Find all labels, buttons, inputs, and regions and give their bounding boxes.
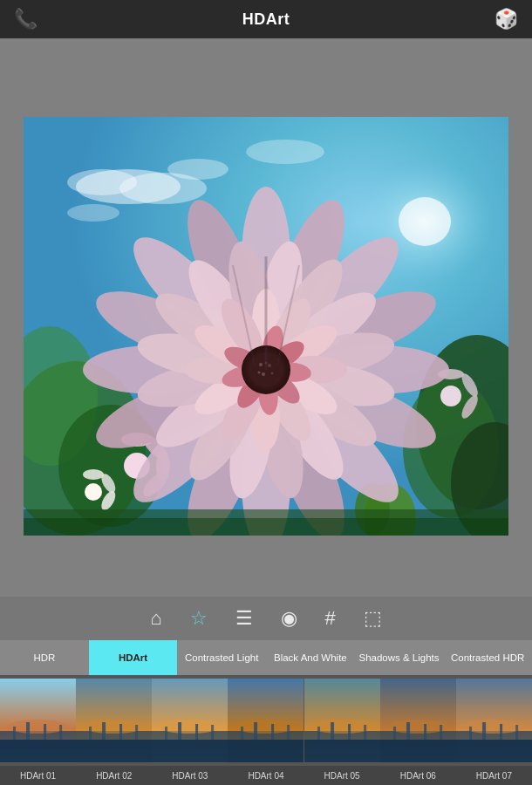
svg-rect-99 xyxy=(26,722,30,740)
person-icon[interactable]: ◉ xyxy=(281,607,297,630)
svg-rect-131 xyxy=(331,722,334,740)
filter-tabs: HDRHDArtContrasted LightBlack And WhiteS… xyxy=(0,640,532,675)
svg-rect-140 xyxy=(424,724,426,740)
svg-point-85 xyxy=(268,364,271,367)
svg-point-8 xyxy=(399,197,451,246)
svg-point-87 xyxy=(271,372,274,375)
main-image[interactable] xyxy=(24,117,508,536)
main-image-area xyxy=(0,38,532,614)
svg-point-114 xyxy=(159,720,220,734)
svg-point-146 xyxy=(463,720,524,734)
svg-rect-107 xyxy=(102,722,106,740)
svg-rect-134 xyxy=(364,725,366,740)
svg-rect-145 xyxy=(456,740,532,762)
star-icon[interactable]: ☆ xyxy=(190,607,208,630)
svg-rect-117 xyxy=(165,727,167,740)
svg-point-106 xyxy=(83,720,144,734)
svg-rect-121 xyxy=(228,740,304,762)
svg-rect-109 xyxy=(89,727,92,740)
thumbnail-item-7[interactable]: HDArt 07 xyxy=(456,675,532,785)
svg-rect-124 xyxy=(272,724,275,740)
svg-rect-125 xyxy=(241,727,243,740)
thumbnail-label: HDArt 05 xyxy=(304,766,380,785)
svg-rect-97 xyxy=(0,740,76,762)
svg-rect-150 xyxy=(515,725,518,740)
phone-icon[interactable]: 📞 xyxy=(14,8,38,31)
dice-icon[interactable]: 🎲 xyxy=(494,8,518,31)
svg-rect-132 xyxy=(348,724,351,740)
top-bar: 📞 HDArt 🎲 xyxy=(0,0,532,38)
svg-point-130 xyxy=(311,720,372,734)
svg-rect-137 xyxy=(380,740,456,762)
svg-point-98 xyxy=(7,720,68,734)
filter-tab-shadows_lights[interactable]: Shadows & Lights xyxy=(355,640,444,675)
home-icon[interactable]: ⌂ xyxy=(150,607,161,630)
svg-rect-102 xyxy=(59,725,62,740)
thumbnail-label: HDArt 01 xyxy=(0,766,76,785)
svg-rect-126 xyxy=(288,725,290,740)
svg-rect-123 xyxy=(254,722,257,740)
filter-tab-hdart[interactable]: HDArt xyxy=(89,640,178,675)
filter-tab-black_and_white[interactable]: Black And White xyxy=(266,640,355,675)
svg-rect-129 xyxy=(304,740,380,762)
thumbnail-label: HDArt 06 xyxy=(380,766,456,785)
svg-rect-118 xyxy=(211,725,214,740)
thumbnail-item-6[interactable]: HDArt 06 xyxy=(380,675,456,785)
svg-rect-133 xyxy=(317,727,320,740)
thumbnail-item-1[interactable]: HDArt 01 xyxy=(0,675,76,785)
svg-rect-142 xyxy=(440,725,442,740)
thumbnail-item-4[interactable]: HDArt 04 xyxy=(228,675,304,785)
svg-rect-139 xyxy=(406,722,410,740)
filter-tab-hdr[interactable]: HDR xyxy=(0,640,89,675)
svg-point-88 xyxy=(258,372,261,374)
thumbnail-label: HDArt 02 xyxy=(76,766,152,785)
svg-rect-115 xyxy=(178,722,181,740)
svg-rect-108 xyxy=(119,724,122,740)
svg-rect-141 xyxy=(393,727,396,740)
thumbnail-item-5[interactable]: HDArt 05 xyxy=(304,675,380,785)
svg-point-86 xyxy=(262,372,265,376)
svg-point-122 xyxy=(235,720,296,734)
svg-rect-116 xyxy=(195,724,198,740)
svg-rect-101 xyxy=(13,727,16,740)
svg-point-17 xyxy=(83,469,104,480)
app-title: HDArt xyxy=(242,10,290,29)
svg-point-84 xyxy=(259,363,263,366)
svg-rect-105 xyxy=(76,740,152,762)
thumbnail-label: HDArt 07 xyxy=(456,766,532,785)
svg-rect-147 xyxy=(482,722,486,740)
svg-point-6 xyxy=(246,140,324,164)
thumbnail-label: HDArt 04 xyxy=(228,766,304,785)
toolbar-row: ⌂ ☆ ☰ ◉ # ⬚ xyxy=(0,597,532,640)
svg-point-138 xyxy=(387,720,448,734)
svg-point-5 xyxy=(67,204,119,222)
svg-point-4 xyxy=(167,159,228,180)
thumbnail-item-3[interactable]: HDArt 03 xyxy=(152,675,228,785)
svg-rect-113 xyxy=(152,740,228,762)
svg-point-29 xyxy=(440,386,461,406)
crop-icon[interactable]: ⬚ xyxy=(364,607,382,630)
filter-tab-contrasted_hdr[interactable]: Contrasted HDR xyxy=(443,640,532,675)
list-icon[interactable]: ☰ xyxy=(235,607,253,630)
thumbnail-label: HDArt 03 xyxy=(152,766,228,785)
filter-tab-contrasted_light[interactable]: Contrasted Light xyxy=(177,640,266,675)
svg-rect-110 xyxy=(135,725,138,740)
svg-rect-149 xyxy=(469,727,472,740)
svg-rect-100 xyxy=(44,724,46,740)
svg-rect-91 xyxy=(24,518,508,536)
thumbnail-item-2[interactable]: HDArt 02 xyxy=(76,675,152,785)
grid-icon[interactable]: # xyxy=(325,607,336,630)
thumbnail-strip: HDArt 01 HDArt 02 xyxy=(0,675,532,785)
svg-point-20 xyxy=(85,483,102,501)
svg-rect-148 xyxy=(500,724,502,740)
